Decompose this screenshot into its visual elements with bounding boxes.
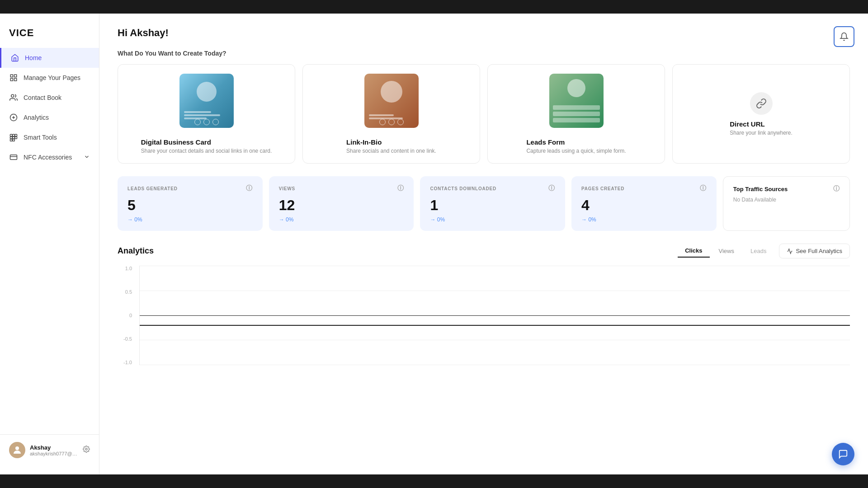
tools-icon	[9, 133, 18, 142]
chart-y-label-zero: 0	[129, 313, 132, 318]
chart-canvas	[139, 266, 850, 365]
link-icon-circle	[750, 92, 773, 115]
settings-icon[interactable]	[83, 446, 90, 455]
svg-point-4	[11, 94, 14, 97]
home-icon	[10, 53, 19, 62]
stat-card-leads-generated: LEADS GENERATED ⓘ 5 → 0%	[118, 176, 263, 231]
chart-y-label-mid-low: -0.5	[123, 336, 132, 342]
create-card-direct-url[interactable]: Direct URL Share your link anywhere.	[672, 64, 850, 164]
analytics-chart: 1.0 0.5 0 -0.5 -1.0	[118, 266, 850, 365]
main-content: Hi Akshay! What Do You Want to Create To…	[99, 14, 868, 474]
card-desc-leads: Capture leads using a quick, simple form…	[526, 148, 626, 154]
sidebar-item-nfc-accessories[interactable]: NFC Accessories	[0, 147, 99, 167]
sidebar: VICE Home Manage Your Pages	[0, 14, 99, 474]
chart-svg	[140, 266, 850, 365]
svg-point-19	[85, 448, 87, 450]
create-cards-container: Digital Business Card Share your contact…	[118, 64, 850, 164]
contacts-icon	[9, 93, 18, 102]
stat-label-views: VIEWS	[279, 186, 295, 191]
pages-icon	[9, 73, 18, 82]
card-desc-direct-url: Share your link anywhere.	[730, 130, 793, 136]
sidebar-item-analytics[interactable]: Analytics	[0, 108, 99, 127]
bottom-bar	[0, 474, 868, 488]
tab-leads[interactable]: Leads	[743, 244, 774, 258]
analytics-header: Analytics Clicks Views Leads See Full An…	[118, 244, 850, 258]
svg-rect-9	[13, 134, 15, 136]
sidebar-item-home[interactable]: Home	[0, 48, 99, 68]
create-card-lib[interactable]: Link-In-Bio Share socials and content in…	[302, 64, 480, 164]
tab-clicks[interactable]: Clicks	[678, 244, 709, 258]
svg-rect-11	[10, 137, 13, 139]
sidebar-item-label-analytics: Analytics	[24, 114, 49, 121]
card-title-direct-url: Direct URL	[730, 120, 793, 128]
stat-value-contacts: 1	[430, 197, 555, 214]
card-mockup-dbc	[179, 74, 234, 128]
stat-card-pages: PAGES CREATED ⓘ 4 → 0%	[571, 176, 717, 231]
traffic-card: Top Traffic Sources ⓘ No Data Available	[723, 176, 850, 231]
analytics-icon	[9, 113, 18, 122]
stat-change-contacts: → 0%	[430, 216, 555, 223]
sidebar-item-label-home: Home	[25, 54, 42, 61]
sidebar-item-contact-book[interactable]: Contact Book	[0, 88, 99, 108]
stat-change-views: → 0%	[279, 216, 404, 223]
chevron-down-icon	[84, 154, 90, 161]
create-card-dbc[interactable]: Digital Business Card Share your contact…	[118, 64, 295, 164]
stat-change-leads: → 0%	[127, 216, 253, 223]
stat-info-icon-contacts: ⓘ	[548, 184, 555, 192]
nav-items: Home Manage Your Pages Contact Book	[0, 48, 99, 434]
create-card-leads[interactable]: Leads Form Capture leads using a quick, …	[487, 64, 665, 164]
stat-info-icon-leads: ⓘ	[246, 184, 253, 192]
greeting-title: Hi Akshay!	[118, 27, 169, 39]
sidebar-footer: Akshay akshaykrish0777@gmail....	[0, 434, 99, 465]
user-name: Akshay	[30, 444, 78, 451]
stat-label-leads: LEADS GENERATED	[127, 186, 178, 191]
analytics-section-title: Analytics	[118, 246, 154, 256]
card-mockup-leads	[549, 74, 604, 128]
stat-label-contacts: CONTACTS DOWNLOADED	[430, 186, 496, 191]
create-section-title: What Do You Want to Create Today?	[118, 50, 850, 57]
card-title-dbc: Digital Business Card	[141, 138, 272, 146]
svg-rect-3	[10, 79, 13, 81]
analytics-tabs: Clicks Views Leads	[678, 244, 774, 258]
stat-info-icon-views: ⓘ	[397, 184, 404, 192]
traffic-title-text: Top Traffic Sources	[733, 186, 788, 192]
sidebar-item-manage-pages[interactable]: Manage Your Pages	[0, 68, 99, 88]
svg-rect-8	[10, 134, 13, 136]
card-title-lib: Link-In-Bio	[346, 138, 436, 146]
card-mockup-lib	[364, 74, 419, 128]
chat-fab-button[interactable]	[832, 443, 854, 465]
svg-rect-14	[10, 139, 13, 141]
sidebar-item-label-nfc: NFC Accessories	[24, 154, 72, 161]
card-desc-dbc: Share your contact details and social li…	[141, 148, 272, 154]
avatar	[9, 442, 25, 458]
svg-point-18	[15, 446, 19, 450]
chart-y-labels: 1.0 0.5 0 -0.5 -1.0	[118, 266, 136, 365]
chart-y-label-top: 1.0	[125, 266, 132, 271]
user-info: Akshay akshaykrish0777@gmail....	[30, 444, 78, 456]
sidebar-item-smart-tools[interactable]: Smart Tools	[0, 127, 99, 147]
svg-rect-16	[10, 155, 17, 160]
svg-rect-1	[14, 75, 17, 77]
chart-y-label-bottom: -1.0	[123, 360, 132, 365]
stat-value-leads: 5	[127, 197, 253, 214]
traffic-no-data: No Data Available	[733, 197, 840, 203]
notification-button[interactable]	[834, 26, 854, 47]
stat-info-icon-pages: ⓘ	[700, 184, 707, 192]
top-bar	[0, 0, 868, 14]
user-email: akshaykrish0777@gmail....	[30, 451, 78, 456]
svg-rect-12	[13, 137, 15, 139]
tab-views[interactable]: Views	[712, 244, 741, 258]
svg-rect-10	[15, 134, 17, 136]
svg-rect-2	[14, 79, 17, 81]
sidebar-item-label-smart-tools: Smart Tools	[24, 134, 57, 141]
see-full-analytics-button[interactable]: See Full Analytics	[779, 244, 850, 258]
stat-value-views: 12	[279, 197, 404, 214]
stats-row: LEADS GENERATED ⓘ 5 → 0% VIEWS ⓘ 12 → 0%…	[118, 176, 850, 231]
stat-label-pages: PAGES CREATED	[581, 186, 624, 191]
stat-card-contacts: CONTACTS DOWNLOADED ⓘ 1 → 0%	[420, 176, 565, 231]
traffic-info-icon: ⓘ	[833, 185, 840, 193]
stat-card-views: VIEWS ⓘ 12 → 0%	[269, 176, 414, 231]
sidebar-item-label-contact-book: Contact Book	[24, 94, 61, 101]
svg-rect-15	[13, 139, 15, 141]
svg-rect-0	[10, 75, 13, 77]
